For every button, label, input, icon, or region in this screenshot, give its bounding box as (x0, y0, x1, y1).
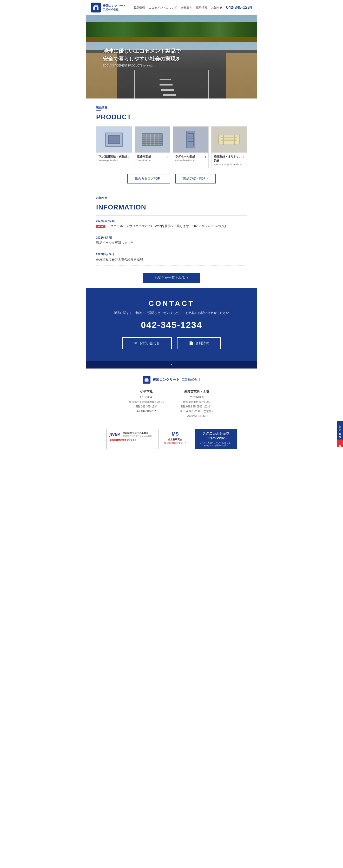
footer-logo-area: 豊国コンクリート 工業株式会社 (96, 376, 247, 383)
footer-up-arrow[interactable]: ∧ (86, 361, 257, 369)
more-btn-wrap: お知らせ一覧をみる › (96, 273, 247, 283)
product-label: 製品情報 (96, 106, 247, 110)
product-info-ladder: ラダホール製品 Ladder-hole Product › (173, 153, 209, 164)
contact-catalog-button[interactable]: 📄 資料請求 (177, 337, 221, 349)
nav-phone: 042-345-1234 (226, 5, 252, 10)
footer: 豊国コンクリート 工業株式会社 小平本社 〒187-0045 東京都小平市学園西… (86, 369, 257, 456)
svg-rect-3 (145, 379, 149, 382)
logo-area: 豊国コンクリート 工業株式会社 (91, 3, 126, 12)
product-name-en-road: Road Product (137, 159, 151, 162)
svg-rect-4 (145, 378, 148, 379)
product-name-en-special: Special & Original Product (214, 163, 244, 166)
contact-inquiry-label: お問い合わせ (139, 341, 160, 346)
logo-text: 豊国コンクリート 工業株式会社 (103, 4, 126, 11)
footer-logo-icon (143, 376, 151, 383)
product-name-en-ladder: Ladder-hole Product (175, 159, 196, 162)
news-item-2: 2022年9月7日 製品ページを更新しました (96, 232, 247, 249)
contact-inquiry-button[interactable]: ✉ お問い合わせ (122, 337, 172, 349)
up-arrow-icon: ∧ (170, 363, 173, 366)
product-img-road (135, 127, 170, 153)
cad-pdf-button[interactable]: 製品CAD・PDF › (176, 174, 216, 184)
footer-badges-row: jWBA 全国防草ブロック工業会 環境型インフラデザインの創造 道路の雑草の発生… (96, 425, 247, 449)
more-news-arrow: › (187, 276, 188, 280)
footer-offices: 小平本社 〒187-0045 東京都小平市学園西町3-28-11 TEL 042… (96, 389, 247, 418)
product-info-special: 特殊製品・オリジナル製品 Special & Original Product … (212, 153, 247, 168)
product-name-en-sewage: Sewerage Product (98, 159, 127, 162)
logo-icon (91, 3, 101, 12)
more-news-label: お知らせ一覧をみる (155, 276, 185, 280)
catalog-pdf-button[interactable]: 総合カタログPDF › (127, 174, 170, 184)
product-name-sewage: 下水道用製品・桝製品 (98, 155, 127, 158)
news-new-badge-1: NEW! (96, 225, 105, 228)
news-item-3: 2022年5月24日 採用情報に秦野工場の紹介を追加 (96, 249, 247, 266)
hero-text-main: 地球に優しいエコセメント製品で 安全で暮らしやすい社会の実現を (103, 47, 181, 63)
nav-item-eco[interactable]: エコセメントについて (149, 6, 177, 10)
tech-subtitle: ヨコハマ2023 (198, 436, 233, 440)
news-text-3: 採用情報に秦野工場の紹介を追加 (96, 257, 247, 262)
nav-item-recruit[interactable]: 採用情報 (196, 6, 207, 10)
footer-office-fax-hadano: FAX 0463-75-0504 (180, 414, 214, 418)
main-nav: 製品情報 エコセメントについて 会社案内 採用情報 お知らせ 042-345-1… (133, 5, 252, 10)
nav-item-company[interactable]: 会社案内 (181, 6, 192, 10)
contact-section: CONTACT 製品に関するご相談・ご質問などございましたら、お気軽にお問い合わ… (86, 288, 257, 361)
product-name-ladder: ラダホール製品 (175, 155, 196, 158)
hero-section: 地球に優しいエコセメント製品で 安全で暮らしやすい社会の実現を ECOLOGY … (86, 16, 257, 98)
ms-logo: MS (162, 431, 189, 437)
hero-content: 地球に優しいエコセメント製品で 安全で暮らしやすい社会の実現を ECOLOGY … (103, 47, 181, 67)
contact-title: CONTACT (96, 299, 247, 308)
nav-item-products[interactable]: 製品情報 (133, 6, 145, 10)
more-news-button[interactable]: お知らせ一覧をみる › (143, 273, 200, 283)
footer-office-hadano: 秦野営業所・工場 〒259-1306 神奈川県秦野市戸川281 TEL 0463… (180, 389, 214, 418)
catalog-pdf-arrow: › (161, 177, 162, 180)
footer-office-tel2-hadano: TEL 0463-75-2980（営業所） (180, 409, 214, 414)
product-card-sewage[interactable]: 下水道用製品・桝製品 Sewerage Product › (96, 126, 132, 168)
product-grid: 下水道用製品・桝製品 Sewerage Product › 道路用製品 (96, 126, 247, 168)
footer-logo-text: 豊国コンクリート 工業株式会社 (153, 377, 200, 382)
product-rule (96, 111, 101, 111)
product-img-ladder (173, 127, 209, 153)
product-section: 製品情報 PRODUCT 下水道用製品・桝製品 Sewerage Product… (86, 98, 257, 189)
product-name-road: 道路用製品 (137, 155, 151, 158)
info-title: INFORMATION (96, 203, 247, 211)
news-text-2: 製品ページを更新しました (96, 241, 247, 245)
document-icon: 📄 (189, 341, 193, 345)
product-arrow-sewage: › (128, 155, 130, 159)
header: 豊国コンクリート 工業株式会社 製品情報 エコセメントについて 会社案内 採用情… (86, 0, 257, 16)
pdf-buttons: 総合カタログPDF › 製品CAD・PDF › (96, 174, 247, 184)
tech-sub: リアルに出会う。リアルに感じる。 (198, 441, 233, 444)
jwba-name: 全国防草ブロック工業会 (123, 431, 152, 435)
footer-office-tel-hq: TEL 042-345-1234 (129, 404, 164, 409)
product-img-sewage (96, 127, 132, 153)
product-card-road[interactable]: 道路用製品 Road Product › (134, 126, 170, 168)
cad-pdf-label: 製品CAD・PDF (183, 177, 205, 181)
contact-phone: 042-345-1234 (96, 320, 247, 330)
contact-desc: 製品に関するご相談・ご質問などございましたら、お気軽にお問い合わせください (96, 311, 247, 315)
info-label: お知らせ (96, 196, 247, 199)
product-info-road: 道路用製品 Road Product › (135, 153, 170, 164)
footer-office-zip-hadano: 〒259-1306 (180, 395, 214, 400)
news-date-3: 2022年5月24日 (96, 253, 247, 256)
news-list: 2022年10月24日 NEW! テクニカルショウヨコハマ2023 Web内展示… (96, 215, 247, 266)
footer-office-name-hadano: 秦野営業所・工場 (180, 389, 214, 394)
product-arrow-special: › (243, 155, 245, 159)
jwba-tagline: 環境型インフラデザインの創造 (123, 435, 152, 438)
nav-item-news[interactable]: お知らせ (211, 6, 222, 10)
jwba-sub: 道路の雑草の発生を抑える！ (110, 439, 152, 441)
ms-sub: 例に紋を発生させない！ (162, 441, 189, 444)
contact-catalog-label: 資料請求 (195, 341, 209, 346)
footer-badge-ms: MS 仕上材研究会 例に紋を発生させない！ (158, 429, 192, 449)
news-text-1: NEW! テクニカルショウヨコハマ2023 Web内展示へ出展します。2023/… (96, 224, 247, 228)
footer-badge-tech: テクニカルショウ ヨコハマ2023 リアルに出会う。リアルに感じる。 Webサイ… (195, 429, 237, 449)
tech-title: テクニカルショウ (198, 431, 233, 436)
jwba-logo: jWBA (110, 432, 121, 437)
product-arrow-road: › (166, 155, 168, 159)
info-rule (96, 200, 101, 201)
cad-pdf-arrow: › (207, 177, 208, 180)
svg-rect-1 (94, 5, 98, 7)
mail-icon: ✉ (134, 341, 137, 345)
product-card-ladder[interactable]: ラダホール製品 Ladder-hole Product › (173, 126, 209, 168)
news-date-1: 2022年10月24日 (96, 219, 247, 223)
product-card-special[interactable]: 特殊製品・オリジナル製品 Special & Original Product … (211, 126, 247, 168)
footer-badge-jwba: jWBA 全国防草ブロック工業会 環境型インフラデザインの創造 道路の雑草の発生… (106, 429, 155, 449)
product-arrow-ladder: › (205, 155, 206, 159)
